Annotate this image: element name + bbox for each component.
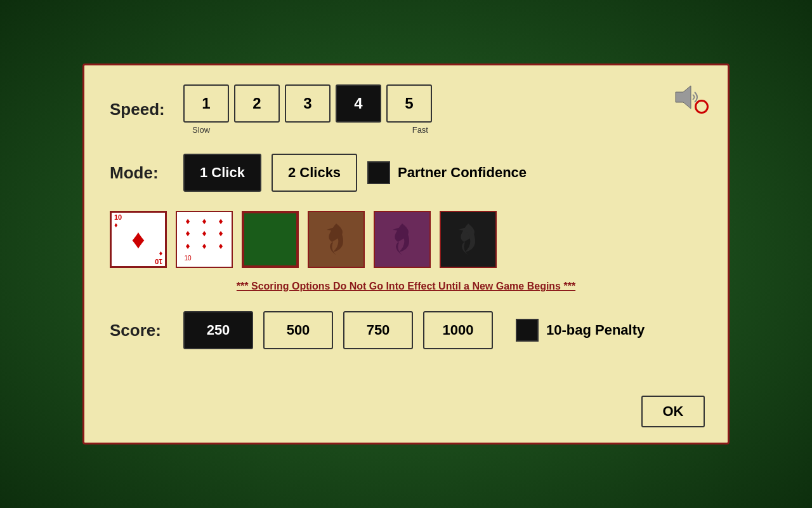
speed-row: Speed: 1 2 3 4 5 Slow Fast <box>110 84 702 135</box>
card-back-dark <box>441 212 495 267</box>
card-face-inner: 10♦ ♦ 10♦ <box>112 213 165 266</box>
card-option-3[interactable] <box>308 211 365 268</box>
score-btn-500[interactable]: 500 <box>263 311 333 349</box>
slow-label: Slow <box>192 125 210 135</box>
speed-btn-2[interactable]: 2 <box>234 84 280 123</box>
card-back-green <box>243 212 298 267</box>
sound-mute-button[interactable] <box>672 83 705 111</box>
card-backs-row: 10♦ ♦ 10♦ ♦ ♦ ♦ ♦ ♦ ♦ ♦ ♦ ♦ <box>110 211 702 268</box>
speed-btn-3[interactable]: 3 <box>285 84 331 123</box>
mode-btn-2clicks[interactable]: 2 Clicks <box>272 154 357 192</box>
speed-sub-labels: Slow Fast <box>183 125 432 135</box>
mode-row: Mode: 1 Click 2 Clicks Partner Confidenc… <box>110 154 702 192</box>
tenbag-label: 10-bag Penalty <box>546 322 645 338</box>
card-small-diamonds: ♦ ♦ ♦ ♦ ♦ ♦ ♦ ♦ ♦ 10 <box>177 212 232 267</box>
speed-buttons: 1 2 3 4 5 <box>183 84 432 123</box>
tenbag-checkbox[interactable] <box>516 319 539 342</box>
brown-swirl-icon <box>314 217 358 262</box>
purple-swirl-icon <box>380 217 424 262</box>
score-label: Score: <box>110 321 173 340</box>
card-back-brown <box>309 212 363 267</box>
speed-wrapper: 1 2 3 4 5 Slow Fast <box>183 84 432 135</box>
tenbag-wrapper: 10-bag Penalty <box>516 319 645 342</box>
partner-confidence-checkbox[interactable] <box>367 161 390 184</box>
partner-confidence-label: Partner Confidence <box>398 164 527 181</box>
speed-label: Speed: <box>110 100 173 119</box>
card-option-5[interactable] <box>440 211 497 268</box>
fast-label: Fast <box>412 125 428 135</box>
svg-marker-0 <box>676 86 691 109</box>
ok-button[interactable]: OK <box>641 396 705 427</box>
mode-label: Mode: <box>110 163 173 183</box>
speed-btn-4[interactable]: 4 <box>336 84 381 123</box>
card-big-diamond: ♦ <box>131 224 145 255</box>
speed-btn-1[interactable]: 1 <box>183 84 229 123</box>
mode-btn-1click[interactable]: 1 Click <box>183 154 261 192</box>
score-btn-750[interactable]: 750 <box>343 311 413 349</box>
warning-text: *** Scoring Options Do Not Go Into Effec… <box>110 281 702 292</box>
card-option-2[interactable] <box>242 211 299 268</box>
partner-confidence-wrapper: Partner Confidence <box>367 161 527 184</box>
card-option-0[interactable]: 10♦ ♦ 10♦ <box>110 211 167 268</box>
score-btn-250[interactable]: 250 <box>183 311 253 349</box>
speed-btn-5[interactable]: 5 <box>386 84 432 123</box>
card-top-label: 10♦ <box>114 213 122 229</box>
card-back-purple <box>375 212 429 267</box>
settings-dialog: Speed: 1 2 3 4 5 Slow Fast Mode: 1 Click… <box>82 64 730 444</box>
score-btn-1000[interactable]: 1000 <box>423 311 493 349</box>
dark-swirl-icon <box>446 217 490 262</box>
card-option-4[interactable] <box>374 211 431 268</box>
background: Speed: 1 2 3 4 5 Slow Fast Mode: 1 Click… <box>0 0 812 508</box>
card-option-1[interactable]: ♦ ♦ ♦ ♦ ♦ ♦ ♦ ♦ ♦ 10 <box>176 211 233 268</box>
card-bottom-label: 10♦ <box>155 250 162 265</box>
score-row: Score: 250 500 750 1000 10-bag Penalty <box>110 311 702 349</box>
mute-circle-icon <box>695 100 709 114</box>
